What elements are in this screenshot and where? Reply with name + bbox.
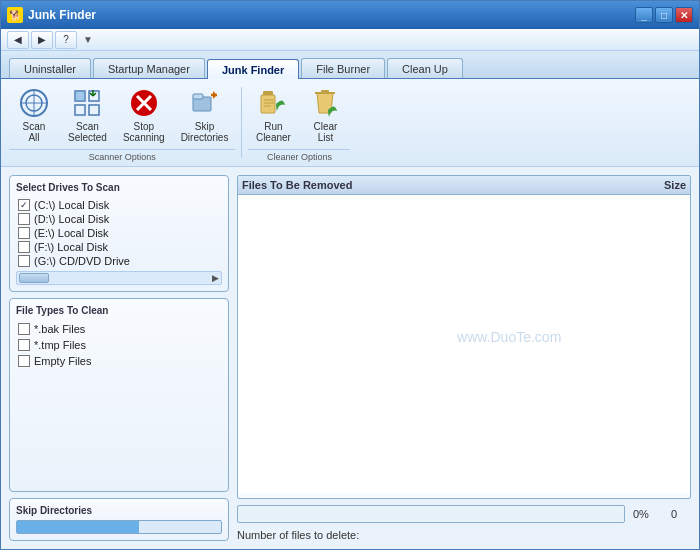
drive-e-label: (E:\) Local Disk [34,227,109,239]
empty-files-item[interactable]: Empty Files [16,353,222,369]
svg-marker-18 [213,91,217,99]
clear-list-button[interactable]: ClearList [300,83,350,147]
files-col-header: Files To Be Removed [242,179,606,191]
drive-c[interactable]: ✓ (C:\) Local Disk [16,198,222,212]
svg-rect-16 [193,94,203,99]
scan-all-button[interactable]: ScanAll [9,83,59,147]
window-controls: _ □ ✕ [635,7,693,23]
drives-box: Select Drives To Scan ✓ (C:\) Local Disk… [9,175,229,292]
minimize-button[interactable]: _ [635,7,653,23]
progress-row: 0% 0 [237,505,691,523]
back-button[interactable]: ◀ [7,31,29,49]
svg-rect-6 [75,105,85,115]
scan-selected-icon [71,87,103,119]
drives-title: Select Drives To Scan [16,182,222,193]
cleaner-buttons: RunCleaner ClearList [248,83,350,147]
app-icon: 🐕 [7,7,23,23]
tabs-row: Uninstaller Startup Manager Junk Finder … [1,51,699,79]
drive-d[interactable]: (D:\) Local Disk [16,212,222,226]
clear-list-label: ClearList [313,121,337,143]
maximize-button[interactable]: □ [655,7,673,23]
scan-selected-label: ScanSelected [68,121,107,143]
svg-rect-7 [89,105,99,115]
drive-e[interactable]: (E:\) Local Disk [16,226,222,240]
toolbar-separator [241,87,242,158]
stop-scanning-button[interactable]: StopScanning [116,83,172,147]
drive-e-checkbox[interactable] [18,227,30,239]
progress-bar [237,505,625,523]
skip-dir-bar [16,520,222,534]
progress-count: 0 [671,508,691,520]
tmp-files-item[interactable]: *.tmp Files [16,337,222,353]
bak-files-label: *.bak Files [34,323,85,335]
tab-uninstaller[interactable]: Uninstaller [9,58,91,78]
bak-files-item[interactable]: *.bak Files [16,321,222,337]
skip-directories-icon [189,87,221,119]
empty-files-checkbox[interactable] [18,355,30,367]
menu-bar: ◀ ▶ ? ▼ [1,29,699,51]
drive-c-label: (C:\) Local Disk [34,199,109,211]
tmp-files-checkbox[interactable] [18,339,30,351]
scan-all-icon [18,87,50,119]
files-table-header: Files To Be Removed Size [238,176,690,195]
svg-rect-8 [76,92,84,100]
scrollbar-thumb [19,273,49,283]
main-window: 🐕 Junk Finder _ □ ✕ ◀ ▶ ? ▼ Uninstaller … [0,0,700,550]
run-cleaner-button[interactable]: RunCleaner [248,83,298,147]
main-content: Select Drives To Scan ✓ (C:\) Local Disk… [1,167,699,549]
drives-scrollbar[interactable]: ▶ [16,271,222,285]
skip-directories-box: Skip Directories [9,498,229,541]
svg-rect-20 [263,91,273,95]
files-table: Files To Be Removed Size www.DuoTe.com [237,175,691,499]
forward-button[interactable]: ▶ [31,31,53,49]
drive-f-checkbox[interactable] [18,241,30,253]
drive-f-label: (F:\) Local Disk [34,241,108,253]
watermark: www.DuoTe.com [457,329,561,345]
skip-directories-button[interactable]: SkipDirectories [174,83,236,147]
progress-percent: 0% [633,508,663,520]
clear-list-icon [309,87,341,119]
scanner-buttons: ScanAll [9,83,235,147]
tab-clean-up[interactable]: Clean Up [387,58,463,78]
scan-selected-button[interactable]: ScanSelected [61,83,114,147]
skip-directories-label: SkipDirectories [181,121,229,143]
close-button[interactable]: ✕ [675,7,693,23]
scanner-section: ScanAll [9,83,235,162]
tab-junk-finder[interactable]: Junk Finder [207,59,299,79]
skip-dir-title: Skip Directories [16,505,222,516]
stop-scanning-icon [128,87,160,119]
right-panel: Files To Be Removed Size www.DuoTe.com 0… [237,175,691,541]
toolbar: ScanAll [1,79,699,167]
tab-file-burner[interactable]: File Burner [301,58,385,78]
scan-all-label: ScanAll [23,121,46,143]
dropdown-arrow[interactable]: ▼ [83,34,93,45]
stop-scanning-label: StopScanning [123,121,165,143]
file-types-title: File Types To Clean [16,305,222,316]
drive-g[interactable]: (G:\) CD/DVD Drive [16,254,222,268]
cleaner-section-label: Cleaner Options [248,149,350,162]
scrollbar-arrow-right[interactable]: ▶ [212,273,219,283]
drive-d-checkbox[interactable] [18,213,30,225]
help-button[interactable]: ? [55,31,77,49]
drive-g-label: (G:\) CD/DVD Drive [34,255,130,267]
empty-files-label: Empty Files [34,355,91,367]
drive-g-checkbox[interactable] [18,255,30,267]
files-table-body: www.DuoTe.com [238,195,690,493]
left-panel: Select Drives To Scan ✓ (C:\) Local Disk… [9,175,229,541]
tab-startup-manager[interactable]: Startup Manager [93,58,205,78]
svg-rect-25 [321,90,329,93]
run-cleaner-icon [257,87,289,119]
title-bar: 🐕 Junk Finder _ □ ✕ [1,1,699,29]
size-col-header: Size [606,179,686,191]
drive-f[interactable]: (F:\) Local Disk [16,240,222,254]
window-title: Junk Finder [28,8,635,22]
files-to-delete-label: Number of files to delete: [237,529,691,541]
bak-files-checkbox[interactable] [18,323,30,335]
drive-c-checkbox[interactable]: ✓ [18,199,30,211]
file-types-box: File Types To Clean *.bak Files *.tmp Fi… [9,298,229,492]
tmp-files-label: *.tmp Files [34,339,86,351]
cleaner-section: RunCleaner ClearList Cleaner Opti [248,83,350,162]
drive-d-label: (D:\) Local Disk [34,213,109,225]
run-cleaner-label: RunCleaner [256,121,291,143]
svg-rect-19 [261,95,275,113]
